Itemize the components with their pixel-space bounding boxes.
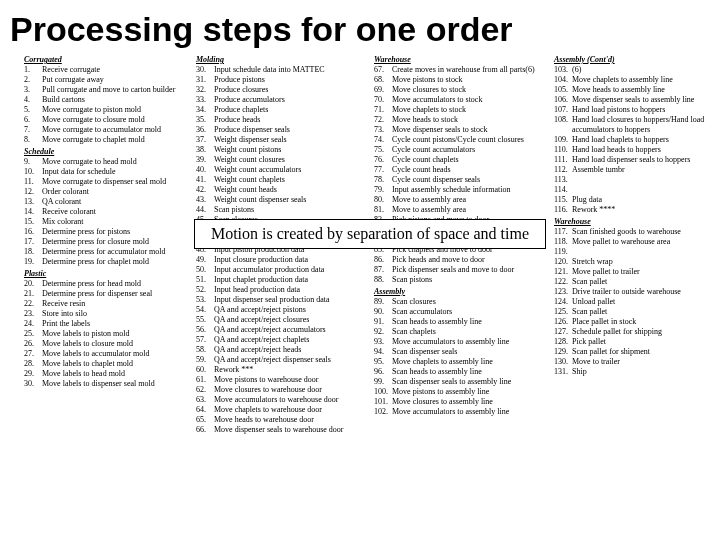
step-number: 116. [554,205,572,215]
list-item: 126.Place pallet in stock [554,317,720,327]
list-item: 30.Input schedule data into MATTEC [196,65,376,75]
step-text: Move corrugate to chaplet mold [42,135,194,145]
step-text: Move corrugate to dispenser seal mold [42,177,194,187]
step-number: 117. [554,227,572,237]
step-number: 10. [24,167,42,177]
list-item: 1.Receive corrugate [24,65,194,75]
list-item: 12.Order colorant [24,187,194,197]
step-text: Cycle count pistons/Cycle count closures [392,135,554,145]
step-number: 79. [374,185,392,195]
step-text: Input dispenser seal production data [214,295,376,305]
list-item: 37.Weight dispenser seals [196,135,376,145]
list-item: 60.Rework *** [196,365,376,375]
step-number: 28. [24,359,42,369]
step-number: 89. [374,297,392,307]
step-text: Schedule pallet for shipping [572,327,720,337]
step-text: Move dispenser seals to assembly line [572,95,720,105]
step-text: Move corrugate to head mold [42,157,194,167]
step-text: Print the labels [42,319,194,329]
step-text: Ship [572,367,720,377]
step-number: 50. [196,265,214,275]
list-item: 119. [554,247,720,257]
step-text: Input data for schedule [42,167,194,177]
list-item: 32.Produce closures [196,85,376,95]
step-number: 87. [374,265,392,275]
list-item: 70.Move accumulators to stock [374,95,554,105]
section-heading: Molding [196,55,376,65]
section-heading: Corrugated [24,55,194,65]
step-number: 14. [24,207,42,217]
step-number: 65. [196,415,214,425]
step-number: 122. [554,277,572,287]
list-item: 115.Plug data [554,195,720,205]
list-item: 86.Pick heads and move to door [374,255,554,265]
step-number: 43. [196,195,214,205]
list-item: 20.Determine press for head mold [24,279,194,289]
step-text: Move to trailer [572,357,720,367]
step-number: 115. [554,195,572,205]
step-text: Scan finished goods to warehouse [572,227,720,237]
step-number: 95. [374,357,392,367]
step-number: 19. [24,257,42,267]
step-text: Scan dispenser seals [392,347,554,357]
step-text: Determine press for dispenser seal [42,289,194,299]
section-heading: Warehouse [554,217,720,227]
step-text: Move pistons to assembly line [392,387,554,397]
step-number: 123. [554,287,572,297]
step-text: Weight dispenser seals [214,135,376,145]
step-number: 53. [196,295,214,305]
list-item: 3.Pull corrugate and move to carton buil… [24,85,194,95]
step-number: 31. [196,75,214,85]
list-item: 131.Ship [554,367,720,377]
step-number: 91. [374,317,392,327]
step-number: 86. [374,255,392,265]
list-item: 74.Cycle count pistons/Cycle count closu… [374,135,554,145]
list-item: 89.Scan closures [374,297,554,307]
step-text: Build cartons [42,95,194,105]
step-text: Cycle count accumulators [392,145,554,155]
step-number: 33. [196,95,214,105]
list-item: 94.Scan dispenser seals [374,347,554,357]
step-text: Scan heads to assembly line [392,317,554,327]
step-number: 125. [554,307,572,317]
step-text: Move labels to chaplet mold [42,359,194,369]
list-item: 114. [554,185,720,195]
step-text: Determine press for head mold [42,279,194,289]
step-number: 110. [554,145,572,155]
list-item: 38.Weight count pistons [196,145,376,155]
list-item: 124.Unload pallet [554,297,720,307]
step-text: Input chaplet production data [214,275,376,285]
step-text: Scan closures [392,297,554,307]
step-text: Hand load dispenser seals to hoppers [572,155,720,165]
step-number: 35. [196,115,214,125]
step-number: 67. [374,65,392,75]
list-item: 76.Cycle count chaplets [374,155,554,165]
list-item: 128.Pick pallet [554,337,720,347]
list-item: 9.Move corrugate to head mold [24,157,194,167]
step-text: Produce pistons [214,75,376,85]
step-text: Move to assembly area [392,195,554,205]
step-number: 26. [24,339,42,349]
list-item: 125.Scan pallet [554,307,720,317]
step-text: Mix colorant [42,217,194,227]
step-text: Move chaplets to warehouse door [214,405,376,415]
list-item: 63.Move accumulators to warehouse door [196,395,376,405]
list-item: 120.Stretch wrap [554,257,720,267]
list-item: 105.Move heads to assembly line [554,85,720,95]
list-item: 6.Move corrugate to closure mold [24,115,194,125]
step-number: 39. [196,155,214,165]
step-number: 90. [374,307,392,317]
list-item: 123.Drive trailer to outside warehouse [554,287,720,297]
step-text: Scan dispenser seals to assembly line [392,377,554,387]
step-text: Scan chaplets [392,327,554,337]
step-text: Scan pistons [392,275,554,285]
step-number: 77. [374,165,392,175]
step-text: Move labels to piston mold [42,329,194,339]
step-text: Weight count dispenser seals [214,195,376,205]
step-text: Scan heads to assembly line [392,367,554,377]
list-item: 80.Move to assembly area [374,195,554,205]
section-heading: Warehouse [374,55,554,65]
step-text: Weight count heads [214,185,376,195]
step-number: 59. [196,355,214,365]
list-item: 22.Receive resin [24,299,194,309]
